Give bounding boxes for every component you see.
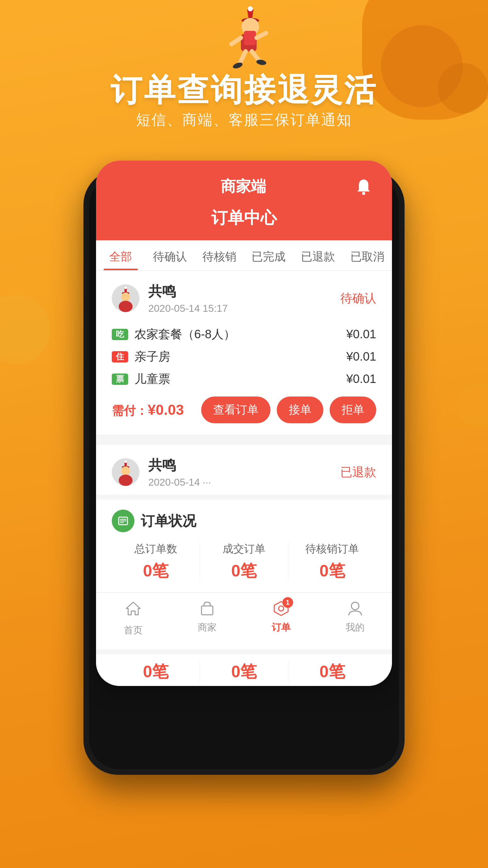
item-price-ticket: ¥0.01	[346, 372, 376, 386]
tag-eat: 吃	[112, 329, 128, 340]
bottom-nav: 首页 商家	[96, 592, 392, 649]
nav-profile-label: 我的	[346, 621, 365, 634]
order-status-1: 待确认	[340, 290, 376, 306]
order-time-1: 2020-05-14 15:17	[148, 303, 340, 314]
nav-order[interactable]: 1 订单	[244, 600, 318, 637]
user-avatar-1	[112, 284, 139, 312]
status-section-icon	[112, 509, 134, 532]
order-card-1: 共鸣 2020-05-14 15:17 待确认 吃 农家套餐（6-8人） ¥0.…	[96, 271, 392, 435]
stat-pending-verify-label: 待核销订单	[288, 542, 376, 556]
svg-point-35	[279, 606, 284, 611]
order-icon: 1	[272, 600, 290, 619]
phone-mockup: 商家端 订单中心 全部 待确认	[71, 161, 417, 686]
stat-total-value: 0笔	[112, 560, 200, 582]
svg-marker-32	[126, 602, 140, 615]
svg-rect-33	[201, 606, 213, 615]
hero-subtitle: 短信、商端、客服三保订单通知	[0, 110, 488, 130]
order-item-stay: 住 亲子房 ¥0.01	[112, 345, 376, 368]
phone-screen: 商家端 订单中心 全部 待确认	[96, 161, 392, 686]
order-center-title: 订单中心	[96, 207, 392, 229]
order-item-ticket: 票 儿童票 ¥0.01	[112, 368, 376, 390]
svg-point-36	[351, 602, 359, 610]
reject-order-button[interactable]: 拒单	[330, 397, 376, 423]
user-name-2: 共鸣	[148, 456, 340, 475]
tag-ticket: 票	[112, 374, 128, 385]
hero-title: 订单查询接退灵活	[0, 69, 488, 112]
order-center-header: 订单中心	[96, 205, 392, 240]
order-badge: 1	[283, 597, 293, 608]
svg-point-17	[124, 287, 127, 289]
order-items-1: 吃 农家套餐（6-8人） ¥0.01 住 亲子房 ¥0.01 票 儿童票 ¥	[112, 323, 376, 390]
stat-completed: 成交订单 0笔	[200, 542, 288, 582]
merchant-label: 商家端	[221, 176, 266, 196]
stat-pending-verify: 待核销订单 0笔	[288, 542, 376, 582]
tag-stay: 住	[112, 351, 128, 363]
svg-rect-6	[244, 31, 256, 45]
tab-refunded[interactable]: 已退款	[293, 240, 343, 270]
tab-cancelled[interactable]: 已取消	[343, 240, 392, 270]
svg-point-24	[124, 461, 127, 463]
user-name-1: 共鸣	[148, 282, 340, 301]
svg-point-13	[362, 192, 365, 195]
view-order-button[interactable]: 查看订单	[201, 397, 270, 423]
svg-point-26	[121, 466, 130, 475]
user-avatar-2	[112, 458, 139, 486]
svg-line-9	[239, 51, 246, 65]
tab-completed[interactable]: 已完成	[244, 240, 293, 270]
item-price-eat: ¥0.01	[346, 328, 376, 341]
svg-line-8	[257, 33, 266, 38]
bell-icon[interactable]	[354, 177, 373, 196]
svg-point-20	[119, 301, 133, 312]
item-name-eat: 农家套餐（6-8人）	[134, 326, 346, 342]
nav-profile[interactable]: 我的	[318, 600, 392, 637]
svg-line-7	[231, 38, 241, 44]
partial-bottom-stats: 0笔 0笔 0笔	[96, 649, 392, 686]
stat-completed-value: 0笔	[200, 560, 288, 582]
nav-shop[interactable]: 商家	[170, 600, 244, 637]
item-name-stay: 亲子房	[134, 349, 346, 365]
stat-total: 总订单数 0笔	[112, 542, 200, 582]
svg-point-2	[248, 6, 253, 11]
order-card-2: 共鸣 2020-05-14 ··· 已退款	[96, 440, 392, 494]
tab-pending-confirm[interactable]: 待确认	[145, 240, 195, 270]
svg-point-27	[119, 475, 133, 486]
stat-pending-verify-value: 0笔	[288, 560, 376, 582]
shop-icon	[198, 600, 216, 619]
nav-shop-label: 商家	[198, 621, 217, 634]
app-header: 商家端	[96, 161, 392, 205]
item-price-stay: ¥0.01	[346, 350, 376, 364]
order-status-2: 已退款	[340, 464, 376, 480]
svg-point-19	[121, 292, 130, 301]
tab-all[interactable]: 全部	[96, 240, 145, 270]
accept-order-button[interactable]: 接单	[277, 397, 323, 423]
tab-pending-verify[interactable]: 待核销	[195, 240, 244, 270]
order-status-section: 订单状况 总订单数 0笔 成交订单 0笔 待核销订单 0笔	[96, 494, 392, 592]
order-item-eat: 吃 农家套餐（6-8人） ¥0.01	[112, 323, 376, 345]
tabs-bar: 全部 待确认 待核销 已完成 已退款 已取消	[96, 240, 392, 271]
order-time-placeholder: 2020-05-14 ···	[148, 476, 340, 488]
profile-icon	[346, 600, 364, 619]
order-total-1: 需付：¥0.03	[112, 401, 184, 419]
nav-order-label: 订单	[272, 621, 291, 634]
stat-completed-label: 成交订单	[200, 542, 288, 556]
home-icon	[124, 600, 142, 621]
status-section-title: 订单状况	[141, 512, 196, 530]
nav-home[interactable]: 首页	[96, 600, 170, 637]
item-name-ticket: 儿童票	[134, 371, 346, 387]
nav-home-label: 首页	[124, 624, 142, 637]
stat-total-label: 总订单数	[112, 542, 200, 556]
